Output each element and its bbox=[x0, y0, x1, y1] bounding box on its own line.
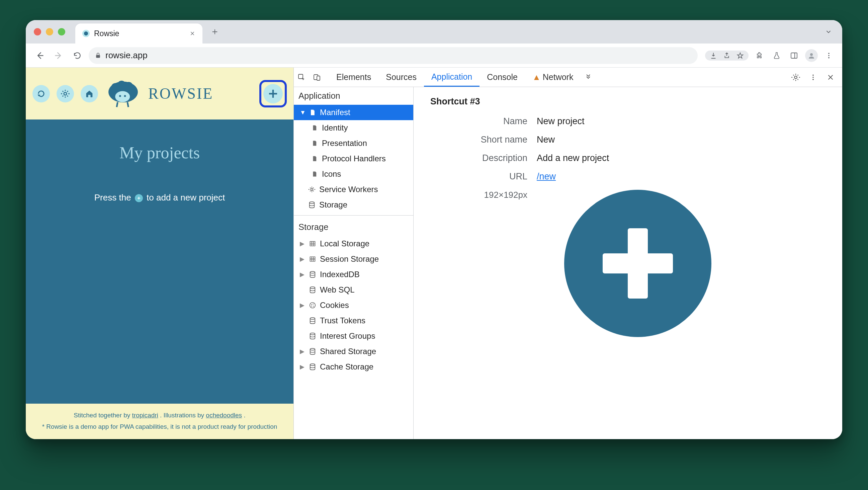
svg-rect-3 bbox=[791, 53, 797, 58]
tree-item-presentation[interactable]: Presentation bbox=[294, 135, 413, 151]
database-icon bbox=[309, 286, 316, 294]
illustrator-link[interactable]: ochedoodles bbox=[206, 412, 242, 419]
tree-item-protocol[interactable]: Protocol Handlers bbox=[294, 151, 413, 166]
tree-item-shared-storage[interactable]: ▶ Shared Storage bbox=[294, 344, 413, 359]
home-icon[interactable] bbox=[81, 85, 98, 102]
tree-item-interest-groups[interactable]: Interest Groups bbox=[294, 328, 413, 344]
address-bar: rowsie.app bbox=[26, 43, 842, 68]
file-icon bbox=[311, 124, 318, 132]
mascot-icon bbox=[105, 78, 142, 110]
install-icon[interactable] bbox=[710, 52, 717, 59]
inline-plus-icon bbox=[135, 194, 143, 202]
minimize-window-icon[interactable] bbox=[46, 28, 53, 35]
svg-point-33 bbox=[313, 304, 314, 305]
file-icon bbox=[311, 139, 318, 147]
label-name: Name bbox=[430, 116, 527, 126]
tree-item-manifest[interactable]: ▼ Manifest bbox=[294, 105, 413, 120]
svg-point-34 bbox=[313, 306, 314, 307]
value-url-link[interactable]: /new bbox=[537, 172, 556, 181]
svg-rect-20 bbox=[317, 76, 320, 80]
tree-item-service-workers[interactable]: Service Workers bbox=[294, 182, 413, 197]
svg-point-5 bbox=[810, 53, 813, 56]
device-toggle-icon[interactable] bbox=[309, 73, 324, 81]
tab-application[interactable]: Application bbox=[424, 68, 479, 87]
svg-point-29 bbox=[310, 271, 315, 273]
label-url: URL bbox=[430, 172, 527, 182]
value-shortname: New bbox=[537, 134, 555, 145]
settings-icon[interactable] bbox=[57, 85, 74, 102]
tree-section-storage: Storage bbox=[294, 218, 413, 236]
tab-elements[interactable]: Elements bbox=[329, 68, 378, 87]
tree-item-websql[interactable]: Web SQL bbox=[294, 282, 413, 298]
maximize-window-icon[interactable] bbox=[58, 28, 65, 35]
tree-item-indexeddb[interactable]: ▶ IndexedDB bbox=[294, 267, 413, 282]
browser-menu-icon[interactable] bbox=[822, 49, 836, 62]
svg-point-16 bbox=[119, 95, 121, 97]
browser-tab[interactable]: Rowsie bbox=[75, 24, 203, 43]
labs-icon[interactable] bbox=[770, 49, 783, 62]
highlighted-add-button[interactable] bbox=[259, 80, 287, 108]
tab-sources[interactable]: Sources bbox=[378, 68, 424, 87]
tab-console[interactable]: Console bbox=[479, 68, 525, 87]
omnibox-chip bbox=[705, 51, 748, 61]
svg-point-30 bbox=[310, 287, 315, 289]
back-button[interactable] bbox=[32, 48, 47, 63]
svg-point-17 bbox=[124, 95, 126, 97]
bookmark-icon[interactable] bbox=[737, 52, 744, 59]
tree-item-icons[interactable]: Icons bbox=[294, 166, 413, 182]
tree-item-identity[interactable]: Identity bbox=[294, 120, 413, 135]
tree-item-session-storage[interactable]: ▶ Session Storage bbox=[294, 251, 413, 267]
devtools-menu-icon[interactable] bbox=[805, 73, 821, 81]
tree-item-storage[interactable]: Storage bbox=[294, 197, 413, 213]
svg-point-7 bbox=[828, 55, 830, 56]
close-window-icon[interactable] bbox=[34, 28, 41, 35]
share-icon[interactable] bbox=[723, 52, 731, 59]
svg-point-36 bbox=[310, 318, 315, 319]
app-body: My projects Press the to add a new proje… bbox=[26, 120, 293, 404]
author-link[interactable]: tropicadri bbox=[132, 412, 158, 419]
tree-section-application: Application bbox=[294, 87, 413, 105]
svg-point-24 bbox=[812, 79, 814, 80]
new-tab-button[interactable] bbox=[209, 27, 221, 37]
svg-rect-2 bbox=[96, 55, 100, 58]
tree-item-cookies[interactable]: ▶ Cookies bbox=[294, 298, 413, 313]
database-icon bbox=[309, 270, 316, 278]
refresh-icon[interactable] bbox=[32, 85, 50, 102]
reload-button[interactable] bbox=[70, 48, 85, 63]
inspect-icon[interactable] bbox=[294, 73, 309, 81]
url-input[interactable]: rowsie.app bbox=[89, 47, 698, 64]
side-panel-icon[interactable] bbox=[787, 49, 801, 62]
tab-network[interactable]: ▲ Network bbox=[525, 68, 581, 87]
devtools-close-icon[interactable] bbox=[823, 73, 838, 81]
svg-point-39 bbox=[310, 364, 315, 366]
devtools-settings-icon[interactable] bbox=[788, 73, 803, 82]
svg-point-23 bbox=[812, 76, 814, 78]
table-icon bbox=[309, 255, 316, 263]
svg-rect-27 bbox=[310, 241, 315, 246]
lock-icon bbox=[95, 52, 101, 59]
tree-item-local-storage[interactable]: ▶ Local Storage bbox=[294, 236, 413, 251]
svg-point-15 bbox=[115, 91, 130, 102]
value-description: Add a new project bbox=[537, 153, 609, 163]
database-icon bbox=[309, 332, 316, 340]
svg-point-9 bbox=[64, 92, 67, 95]
svg-rect-28 bbox=[310, 257, 315, 261]
tab-list-button[interactable] bbox=[825, 28, 842, 35]
extensions-icon[interactable] bbox=[752, 49, 766, 62]
tree-item-cache-storage[interactable]: ▶ Cache Storage bbox=[294, 359, 413, 374]
tab-strip: Rowsie bbox=[26, 20, 842, 43]
tree-item-trust-tokens[interactable]: Trust Tokens bbox=[294, 313, 413, 328]
application-tree: Application ▼ Manifest Identity Presenta… bbox=[294, 87, 413, 439]
close-tab-icon[interactable] bbox=[188, 29, 196, 37]
svg-point-32 bbox=[311, 304, 312, 305]
svg-point-6 bbox=[828, 53, 830, 54]
more-tabs-icon[interactable] bbox=[581, 68, 596, 87]
tab-title: Rowsie bbox=[94, 29, 188, 38]
database-icon bbox=[309, 347, 316, 356]
wordmark: ROWSIE bbox=[148, 85, 213, 102]
svg-point-8 bbox=[828, 57, 830, 58]
profile-avatar[interactable] bbox=[805, 49, 818, 62]
label-shortname: Short name bbox=[430, 134, 527, 145]
svg-point-35 bbox=[311, 306, 312, 307]
file-icon bbox=[311, 155, 318, 163]
